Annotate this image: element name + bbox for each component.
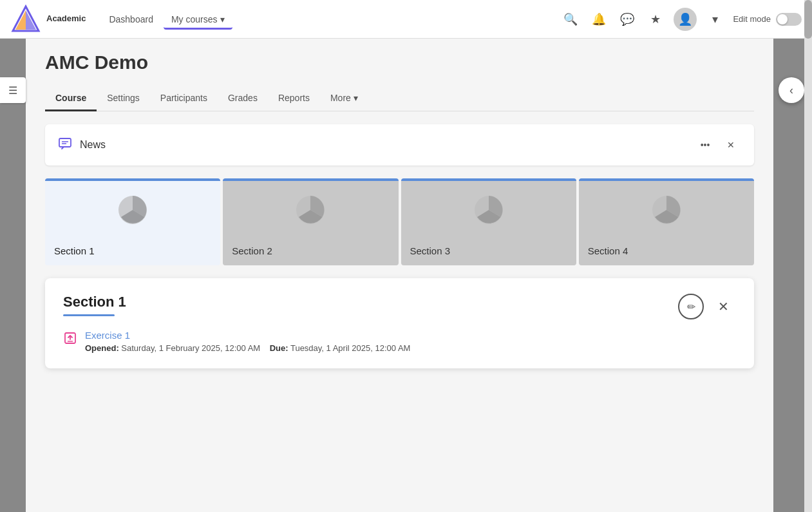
course-tabs: Course Settings Participants Grades Repo… [45,86,754,111]
news-actions: ••• ✕ [695,135,741,155]
main-content: ☰ ‹ AMC Demo Course Settings Participant… [0,39,812,512]
pie-chart-icon-2 [294,193,327,227]
news-more-btn[interactable]: ••• [695,135,715,155]
edit-mode-label: Edit mode [733,14,771,24]
section-4-label: Section 4 [579,239,754,265]
tab-course[interactable]: Course [45,86,97,111]
scrollbar[interactable] [804,0,812,512]
logo-icon [10,4,41,35]
exercise-link[interactable]: Exercise 1 [85,330,130,341]
exercise-item: Exercise 1 Opened: Saturday, 1 February … [63,330,736,353]
section-3-label: Section 3 [401,239,576,265]
nav-dashboard[interactable]: Dashboard [101,9,161,30]
edit-mode-toggle[interactable] [776,13,802,26]
favorites-icon-btn[interactable]: ★ [645,9,666,30]
edit-mode-section: Edit mode [733,13,802,26]
pie-chart-icon-1 [116,193,149,227]
section-1-label: Section 1 [45,239,220,265]
logo: Academic [10,4,86,35]
due-value: Tuesday, 1 April 2025, 12:00 AM [290,343,410,353]
toggle-thumb [777,14,788,24]
exercise-meta: Opened: Saturday, 1 February 2025, 12:00… [85,343,410,353]
news-forum-icon [58,137,72,154]
section-card-3[interactable]: Section 3 [401,178,576,265]
news-left: News [58,137,106,154]
section-2-img [223,181,398,239]
notifications-icon-btn[interactable]: 🔔 [589,9,609,30]
exercise-upload-icon [63,331,77,348]
avatar[interactable]: 👤 [674,8,697,31]
navbar: Academic Dashboard My courses 🔍 🔔 💬 ★ 👤 … [0,0,812,39]
tab-reports[interactable]: Reports [268,86,320,111]
section-detail-header: Section 1 ✏ ✕ [63,294,736,319]
opened-value: Saturday, 1 February 2025, 12:00 AM [121,343,260,353]
svg-marker-1 [15,10,26,30]
tab-more-chevron-icon [354,93,358,103]
messages-icon-btn[interactable]: 💬 [617,9,637,30]
section-2-label: Section 2 [223,239,398,265]
section-edit-button[interactable]: ✏ [678,294,704,319]
section-detail-title-wrap: Section 1 [63,294,678,316]
avatar-chevron-icon[interactable]: ▾ [704,9,725,30]
page-area: AMC Demo Course Settings Participants Gr… [26,39,773,512]
section-close-button[interactable]: ✕ [710,294,736,319]
navbar-links: Dashboard My courses [101,9,560,30]
page-title: AMC Demo [45,52,754,73]
news-block: News ••• ✕ [45,124,754,166]
section-card-4[interactable]: Section 4 [579,178,754,265]
exercise-info: Exercise 1 Opened: Saturday, 1 February … [85,330,410,353]
sections-grid: Section 1 Section 2 [45,178,754,265]
section-title-underline [63,314,115,316]
logo-text: Academic [46,14,86,24]
nav-my-courses[interactable]: My courses [164,9,232,30]
tab-settings[interactable]: Settings [97,86,150,111]
section-1-img [45,181,220,239]
search-icon-btn[interactable]: 🔍 [560,9,581,30]
nav-my-courses-label: My courses [171,14,218,24]
section-detail-actions: ✏ ✕ [678,294,736,319]
tab-more[interactable]: More [320,86,368,111]
sidebar-toggle-right[interactable]: ‹ [779,77,804,103]
chevron-down-icon [220,14,225,24]
tab-grades[interactable]: Grades [218,86,268,111]
section-detail: Section 1 ✏ ✕ Exercise [45,278,754,368]
section-4-img [579,181,754,239]
section-card-2[interactable]: Section 2 [223,178,398,265]
due-prefix: Due: [270,343,288,353]
news-close-btn[interactable]: ✕ [721,135,741,155]
svg-marker-2 [26,10,36,30]
scrollbar-thumb[interactable] [804,0,812,39]
section-detail-title: Section 1 [63,294,678,310]
svg-rect-3 [59,138,71,147]
tab-participants[interactable]: Participants [150,86,218,111]
pie-chart-icon-4 [650,193,683,227]
opened-prefix: Opened: [85,343,119,353]
pie-chart-icon-3 [472,193,505,227]
section-3-img [401,181,576,239]
sidebar-toggle-left[interactable]: ☰ [0,77,26,103]
news-label: News [80,139,106,151]
navbar-actions: 🔍 🔔 💬 ★ 👤 ▾ Edit mode [560,8,802,31]
section-card-1[interactable]: Section 1 [45,178,220,265]
tab-more-label: More [330,93,351,103]
